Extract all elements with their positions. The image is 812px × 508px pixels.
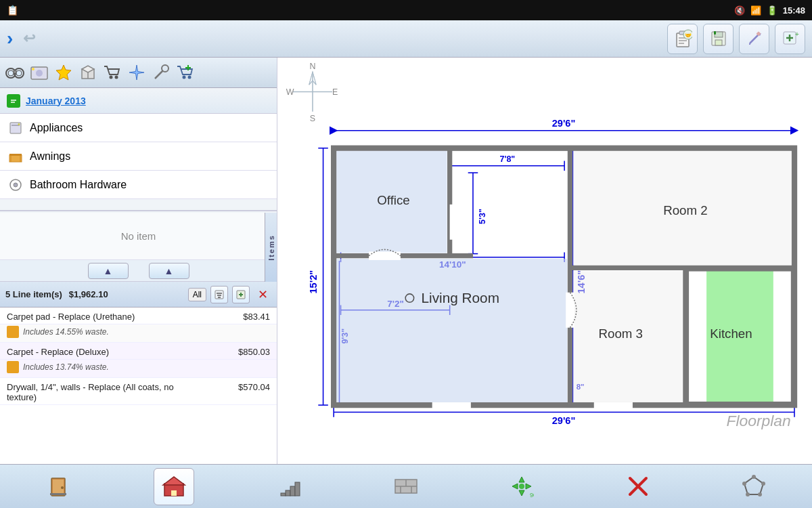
svg-point-31 bbox=[110, 76, 113, 79]
items-panel-toggle[interactable]: Items bbox=[265, 213, 277, 282]
battery-icon: 🔋 bbox=[767, 5, 777, 16]
nav-door-btn[interactable] bbox=[38, 468, 78, 505]
collapse-up-right[interactable]: ▲ bbox=[149, 263, 189, 279]
nav-polygon-btn[interactable] bbox=[734, 468, 774, 505]
svg-text:🤝: 🤝 bbox=[685, 32, 692, 39]
svg-text:E: E bbox=[332, 87, 338, 97]
sparkle-icon[interactable] bbox=[126, 62, 148, 83]
waste-text-1: Includes 14.55% waste. bbox=[23, 327, 109, 337]
svg-point-25 bbox=[36, 70, 43, 77]
category-list: Appliances Awnings bbox=[0, 114, 277, 209]
back-button[interactable]: ↩ bbox=[23, 30, 35, 47]
waste-icon-2 bbox=[7, 361, 19, 373]
clipboard-button[interactable]: 🤝 bbox=[667, 24, 698, 54]
toolbar-left: › ↩ bbox=[7, 28, 35, 49]
svg-rect-135 bbox=[290, 486, 295, 496]
wifi-icon: 📶 bbox=[750, 5, 761, 16]
svg-text:Floorplan: Floorplan bbox=[727, 412, 791, 429]
svg-point-152 bbox=[761, 482, 765, 486]
collapse-arrows: ▲ ▲ bbox=[0, 260, 277, 282]
line-item-3-price: $570.04 bbox=[238, 382, 270, 392]
toolbar-right: 🤝 + bbox=[667, 24, 805, 54]
svg-rect-132 bbox=[171, 490, 177, 496]
cart2-icon[interactable] bbox=[175, 62, 196, 83]
svg-marker-143 bbox=[519, 490, 524, 496]
no-item-text: No item bbox=[121, 230, 156, 242]
line-item-2[interactable]: Carpet - Replace (Deluxe) $850.03 bbox=[0, 343, 277, 360]
cart-icon[interactable] bbox=[102, 62, 123, 83]
svg-rect-10 bbox=[714, 31, 716, 35]
bathroom-icon bbox=[8, 177, 23, 192]
svg-rect-47 bbox=[9, 154, 22, 156]
delete-btn[interactable]: ✕ bbox=[254, 286, 271, 303]
line-item-3[interactable]: Drywall, 1/4", walls - Replace (All coat… bbox=[0, 378, 277, 405]
svg-marker-131 bbox=[163, 477, 185, 485]
category-item-bathroom[interactable]: Bathroom Hardware bbox=[0, 171, 277, 199]
svg-rect-108 bbox=[336, 259, 567, 402]
main-area: January 2013 Appliances bbox=[0, 58, 812, 464]
star-icon[interactable] bbox=[53, 62, 74, 83]
box-icon[interactable] bbox=[77, 62, 99, 83]
line-items-total: $1,962.10 bbox=[69, 289, 108, 299]
time-display: 15:48 bbox=[783, 5, 805, 16]
svg-rect-117 bbox=[432, 402, 471, 409]
svg-rect-133 bbox=[281, 493, 286, 496]
svg-point-36 bbox=[183, 76, 186, 79]
app-icon: 📋 bbox=[7, 5, 18, 16]
line-items-count: 5 Line item(s) bbox=[5, 289, 62, 299]
svg-rect-129 bbox=[50, 493, 66, 495]
photo-icon[interactable] bbox=[28, 62, 50, 83]
svg-marker-145 bbox=[526, 484, 531, 489]
svg-marker-27 bbox=[56, 65, 71, 80]
collapse-up-left[interactable]: ▲ bbox=[88, 263, 129, 279]
line-items-header: 5 Line item(s) $1,962.10 All ✕ bbox=[0, 282, 277, 308]
filter-icon-btn[interactable] bbox=[210, 286, 228, 303]
nav-building-btn[interactable] bbox=[154, 468, 194, 505]
svg-rect-40 bbox=[8, 96, 19, 106]
svg-marker-33 bbox=[129, 65, 144, 80]
svg-point-51 bbox=[14, 183, 18, 187]
waste-note-2: Includes 13.74% waste. bbox=[0, 360, 277, 378]
category-item-awnings[interactable]: Awnings bbox=[0, 142, 277, 171]
save-button[interactable] bbox=[703, 24, 734, 54]
tools-icon[interactable] bbox=[150, 62, 172, 83]
svg-rect-134 bbox=[286, 490, 290, 496]
svg-point-26 bbox=[32, 68, 35, 70]
svg-text:7'8": 7'8" bbox=[500, 154, 516, 164]
top-toolbar: › ↩ 🤝 bbox=[0, 20, 812, 58]
nav-move-btn[interactable]: 90° bbox=[501, 468, 542, 505]
forward-button[interactable]: › bbox=[7, 28, 13, 49]
add-button[interactable]: + bbox=[775, 24, 805, 54]
floorplan-svg[interactable]: N S E W 29'6" 29'6" 15'2" bbox=[277, 58, 812, 464]
svg-text:29'6": 29'6" bbox=[552, 415, 576, 426]
status-left: 📋 bbox=[7, 5, 18, 16]
svg-line-34 bbox=[155, 70, 163, 79]
nav-delete-btn[interactable] bbox=[618, 468, 658, 505]
svg-text:Office: Office bbox=[377, 193, 410, 207]
add-item-btn[interactable] bbox=[232, 286, 250, 303]
collapse-section: No item ▲ ▲ Items bbox=[0, 213, 277, 282]
date-link[interactable]: January 2013 bbox=[26, 96, 86, 106]
svg-point-37 bbox=[188, 76, 191, 79]
svg-marker-142 bbox=[519, 477, 524, 482]
svg-text:5'3": 5'3" bbox=[478, 209, 487, 224]
svg-rect-115 bbox=[450, 205, 458, 240]
binoculars-icon[interactable] bbox=[4, 62, 26, 83]
edit-button[interactable] bbox=[739, 24, 769, 54]
awnings-icon bbox=[8, 149, 23, 164]
nav-stairs-btn[interactable] bbox=[270, 468, 311, 505]
date-header: January 2013 bbox=[0, 88, 277, 114]
date-icon bbox=[7, 94, 20, 108]
left-panel: January 2013 Appliances bbox=[0, 58, 277, 464]
nav-wall-btn[interactable] bbox=[386, 468, 426, 505]
svg-point-45 bbox=[18, 123, 20, 125]
svg-text:+: + bbox=[795, 30, 799, 38]
category-item-appliances[interactable]: Appliances bbox=[0, 114, 277, 142]
floorplan-container: N S E W 29'6" 29'6" 15'2" bbox=[277, 58, 812, 464]
line-item-1[interactable]: Carpet pad - Replace (Urethane) $83.41 bbox=[0, 308, 277, 324]
filter-all-badge[interactable]: All bbox=[188, 288, 206, 301]
svg-point-35 bbox=[162, 65, 168, 72]
line-items-list: Carpet pad - Replace (Urethane) $83.41 I… bbox=[0, 308, 277, 464]
svg-text:Living Room: Living Room bbox=[422, 290, 499, 305]
svg-text:N: N bbox=[309, 62, 315, 71]
